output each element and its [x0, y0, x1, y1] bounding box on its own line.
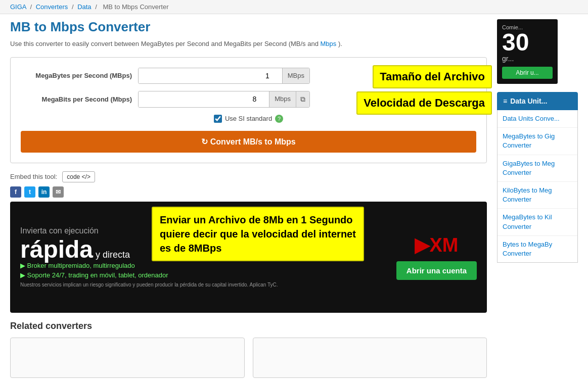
ad-xm-logo: ▶XM: [415, 234, 458, 256]
ad-bullet1: ▶ Broker multipremiado, multirregulado: [20, 262, 386, 269]
data-unit-item-0[interactable]: Data Units Conve...: [497, 110, 577, 128]
related-cards: [10, 338, 487, 378]
sidebar: Comie... 30 gr... Abrir u... ≡ Data Unit…: [497, 19, 578, 378]
mbps-input[interactable]: [139, 68, 282, 83]
si-standard-row: Use SI standard ?: [21, 115, 476, 123]
mbits-input-group: Mbps ⧉: [138, 91, 310, 108]
annotation-velocidad: Velocidad de Descarga: [356, 91, 492, 115]
si-standard-checkbox[interactable]: [214, 115, 222, 123]
help-icon[interactable]: ?: [275, 115, 283, 123]
mbits-unit: Mbps: [269, 91, 296, 107]
ad-bullet2: ▶ Soporte 24/7, trading en móvil, tablet…: [20, 271, 386, 279]
sidebar-ad-button[interactable]: Abrir u...: [502, 67, 553, 79]
si-standard-label: Use SI standard: [225, 115, 272, 122]
sidebar-ad-big: 30: [502, 30, 553, 55]
ad-open-button[interactable]: Abrir una cuenta: [396, 261, 477, 280]
related-card-1: [10, 338, 245, 378]
breadcrumb-current: MB to Mbps Converter: [103, 3, 168, 11]
breadcrumb-giga[interactable]: GIGA: [10, 3, 26, 11]
linkedin-icon[interactable]: in: [38, 186, 50, 198]
breadcrumb: GIGA / Converters / Data / MB to Mbps Co…: [0, 0, 588, 14]
ad-logo-area: ▶XM Abrir una cuenta: [396, 234, 477, 280]
embed-code-button[interactable]: code </>: [62, 171, 95, 182]
related-title: Related converters: [10, 321, 487, 331]
data-unit-list: Data Units Conve... MegaBytes to Gig Con…: [497, 110, 578, 263]
annotation-enviar: Enviar un Archivo de 8Mb en 1 Segundo qu…: [152, 207, 364, 261]
data-unit-item-4[interactable]: MegaBytes to Kil Converter: [497, 209, 577, 235]
sidebar-ad: Comie... 30 gr... Abrir u...: [497, 19, 558, 84]
related-card-2: [253, 338, 487, 378]
ad-banner: Invierta con ejecución rápida y directa …: [10, 202, 487, 313]
copy-button[interactable]: ⧉: [296, 91, 309, 107]
data-unit-item-2[interactable]: GigaBytes to Meg Converter: [497, 155, 577, 182]
page-title: MB to Mbps Converter: [10, 19, 487, 35]
mbps-input-group: MBps: [138, 68, 310, 84]
convert-button[interactable]: Convert MB/s to Mbps: [21, 131, 476, 153]
annotation-tamano: Tamaño del Archivo: [373, 65, 492, 88]
mbits-label: MegaBits per Second (Mbps): [21, 96, 132, 103]
sidebar-ad-gr: gr...: [502, 55, 553, 63]
data-unit-item-1[interactable]: MegaBytes to Gig Converter: [497, 128, 577, 155]
data-unit-item-5[interactable]: Bytes to MegaBy Converter: [497, 236, 577, 262]
data-unit-item-3[interactable]: KiloBytes to Meg Converter: [497, 182, 577, 209]
page-description: Use this converter to easily convert bet…: [10, 39, 487, 49]
social-icons: f t in ✉: [10, 186, 487, 198]
data-unit-icon: ≡: [503, 97, 507, 105]
mbits-input[interactable]: [139, 91, 269, 107]
ad-disclaimer: Nuestros servicios implican un riesgo si…: [20, 282, 386, 288]
related-section: Related converters: [10, 321, 487, 378]
data-unit-header: ≡ Data Unit...: [497, 92, 578, 110]
refresh-icon: [201, 137, 210, 146]
mbps-link[interactable]: Mbps: [321, 40, 337, 47]
facebook-icon[interactable]: f: [10, 186, 21, 198]
data-unit-label: Data Unit...: [510, 97, 547, 105]
mbps-unit: MBps: [282, 68, 309, 83]
breadcrumb-data[interactable]: Data: [77, 3, 91, 11]
mbps-label: MegaBytes per Second (MBps): [21, 72, 132, 79]
embed-label: Embed this tool:: [10, 173, 57, 180]
breadcrumb-converters[interactable]: Converters: [36, 3, 68, 11]
embed-section: Embed this tool: code </>: [10, 171, 487, 182]
twitter-icon[interactable]: t: [24, 186, 35, 198]
email-icon[interactable]: ✉: [53, 186, 64, 198]
